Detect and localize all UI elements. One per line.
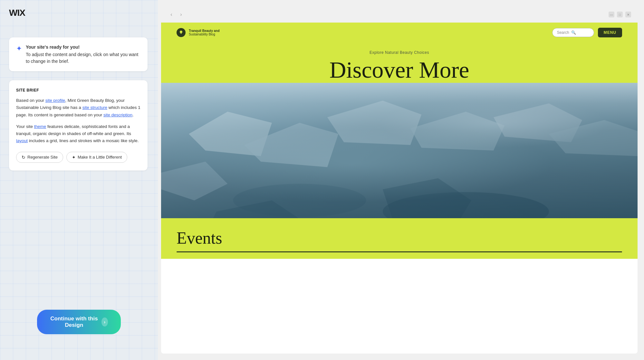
events-title: Events — [177, 229, 622, 248]
brief-p1-end: . — [132, 112, 134, 117]
site-profile-link[interactable]: site profile — [45, 98, 65, 103]
theme-link[interactable]: theme — [34, 124, 46, 129]
regenerate-site-button[interactable]: ↻ Regenerate Site — [16, 152, 63, 163]
logo-subtitle: Sustainability Blog — [189, 33, 220, 36]
browser-forward-button[interactable]: › — [177, 11, 185, 18]
site-description-link[interactable]: site description — [103, 112, 132, 117]
browser-window: Tranquil Beauty and Sustainability Blog … — [161, 23, 638, 354]
search-box[interactable]: Search 🔍 — [552, 28, 594, 37]
brief-actions: ↻ Regenerate Site ✦ Make It a Little Dif… — [16, 152, 140, 163]
site-brief-title: SITE BRIEF — [16, 88, 140, 92]
hero-section: Explore Natural Beauty Choices Discover … — [161, 43, 638, 83]
brief-p2-post: includes a grid, lines and strokes with … — [28, 138, 139, 143]
site-structure-link[interactable]: site structure — [82, 105, 107, 110]
site-nav-right: Search 🔍 MENU — [552, 28, 622, 37]
browser-top-bar: ‹ › — □ ✕ — [161, 6, 638, 23]
window-maximize-button[interactable]: □ — [617, 12, 623, 17]
regenerate-icon: ↻ — [22, 155, 25, 160]
search-text: Search — [557, 30, 569, 35]
website-header: Tranquil Beauty and Sustainability Blog … — [161, 23, 638, 43]
menu-button[interactable]: MENU — [598, 28, 622, 37]
wix-logo: WIX — [9, 8, 25, 18]
brief-paragraph-2: Your site theme features delicate, sophi… — [16, 123, 140, 145]
continue-btn-wrapper: Continue with this Design › — [37, 310, 121, 334]
hero-image — [161, 83, 638, 218]
hero-subtitle: Explore Natural Beauty Choices — [177, 50, 622, 55]
notification-text: Your site's ready for you! To adjust the… — [26, 44, 140, 65]
layout-link[interactable]: layout — [16, 138, 28, 143]
regenerate-label: Regenerate Site — [27, 155, 58, 160]
brief-paragraph-1: Based on your site profile, Mint Green B… — [16, 97, 140, 119]
brief-p2-pre: Your site — [16, 124, 34, 129]
browser-back-button[interactable]: ‹ — [168, 11, 175, 18]
make-different-button[interactable]: ✦ Make It a Little Different — [66, 152, 127, 163]
right-panel: ‹ › — □ ✕ Tranquil Beauty and Sustainabi… — [158, 0, 644, 360]
site-logo-area: Tranquil Beauty and Sustainability Blog — [177, 28, 220, 37]
continue-label: Continue with this Design — [50, 316, 98, 328]
notification-line1: Your site's ready for you! — [26, 44, 140, 51]
logo-name: Tranquil Beauty and — [189, 29, 220, 33]
notification-line2: To adjust the content and design, click … — [26, 52, 138, 64]
window-minimize-button[interactable]: — — [609, 12, 614, 17]
brief-p1-pre: Based on your — [16, 98, 45, 103]
hero-title: Discover More — [177, 57, 622, 83]
different-icon: ✦ — [72, 155, 76, 160]
continue-arrow: › — [101, 317, 108, 326]
events-section: Events — [161, 218, 638, 259]
left-panel: WIX ✦ Your site's ready for you! To adju… — [0, 0, 158, 360]
site-logo-text: Tranquil Beauty and Sustainability Blog — [189, 29, 220, 36]
sparkle-icon: ✦ — [16, 44, 22, 53]
site-brief-card: SITE BRIEF Based on your site profile, M… — [9, 80, 148, 170]
site-logo-icon — [177, 28, 186, 37]
continue-with-design-button[interactable]: Continue with this Design › — [37, 310, 121, 334]
window-controls: — □ ✕ — [609, 12, 631, 17]
nav-arrows: ‹ › — [168, 11, 185, 18]
different-label: Make It a Little Different — [78, 155, 122, 160]
window-close-button[interactable]: ✕ — [625, 12, 631, 17]
events-divider — [177, 251, 622, 252]
notification-card: ✦ Your site's ready for you! To adjust t… — [9, 37, 148, 71]
search-icon: 🔍 — [571, 30, 576, 35]
